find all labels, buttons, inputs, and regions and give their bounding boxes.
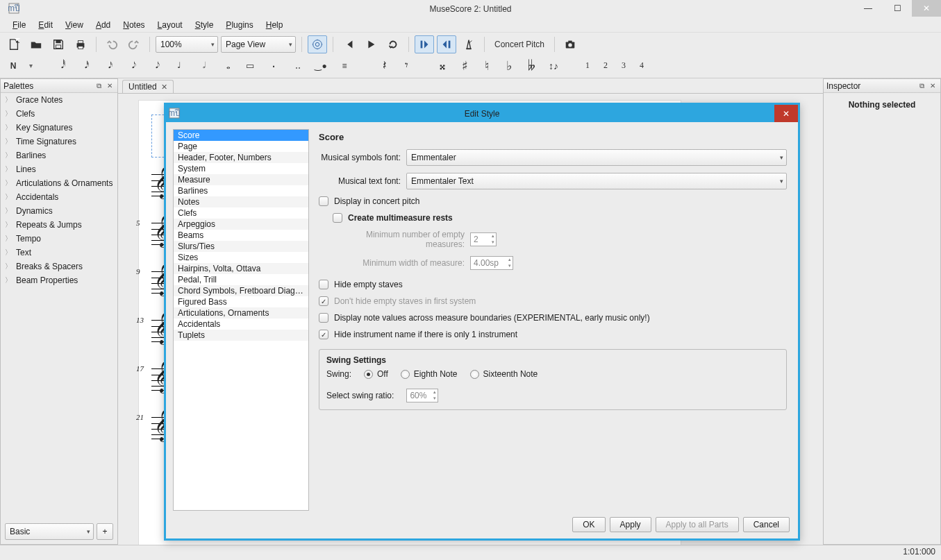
category-item[interactable]: Hairpins, Volta, Ottava xyxy=(174,263,308,274)
palette-preset-combo[interactable]: Basic xyxy=(5,523,94,540)
concert-pitch-button[interactable]: Concert Pitch xyxy=(490,35,549,53)
natural-icon[interactable]: ♮ xyxy=(480,58,494,74)
category-list[interactable]: ScorePageHeader, Footer, NumbersSystemMe… xyxy=(173,129,309,511)
voice-4-button[interactable]: 4 xyxy=(637,60,647,71)
menu-notes[interactable]: Notes xyxy=(117,19,150,31)
ok-button[interactable]: OK xyxy=(572,517,605,532)
menu-edit[interactable]: Edit xyxy=(33,19,58,31)
palette-item[interactable]: 〉Repeats & Jumps xyxy=(1,218,117,232)
menu-plugins[interactable]: Plugins xyxy=(220,19,258,31)
category-item[interactable]: Notes xyxy=(174,196,308,207)
note-64th-icon[interactable]: 𝅘𝅥𝅱 xyxy=(53,60,69,71)
redo-button[interactable] xyxy=(124,35,144,53)
screenshot-button[interactable] xyxy=(560,35,580,53)
note-16th-icon[interactable]: 𝅘𝅥𝅯 xyxy=(101,60,116,71)
dialog-titlebar[interactable]: mปี Edit Style ✕ xyxy=(166,105,798,122)
symbols-font-combo[interactable]: Emmentaler xyxy=(406,149,787,166)
print-button[interactable] xyxy=(71,35,90,53)
menu-style[interactable]: Style xyxy=(190,19,219,31)
viewmode-combo[interactable]: Page View xyxy=(221,36,296,53)
dialog-close-button[interactable]: ✕ xyxy=(774,105,798,122)
new-score-button[interactable]: ★ xyxy=(4,35,24,53)
slur-icon[interactable]: 𝄽 xyxy=(376,58,390,73)
palette-item[interactable]: 〉Tempo xyxy=(1,232,117,246)
apply-button[interactable]: Apply xyxy=(610,517,651,532)
note-whole-icon[interactable]: 𝅝 xyxy=(219,60,234,71)
tie-icon[interactable]: ‿● xyxy=(313,61,328,71)
category-item[interactable]: Pedal, Trill xyxy=(174,274,308,285)
category-item[interactable]: Barlines xyxy=(174,185,308,196)
swing-off-radio[interactable] xyxy=(364,370,373,379)
palette-item[interactable]: 〉Barlines xyxy=(1,149,117,162)
menu-add[interactable]: Add xyxy=(90,19,116,31)
rest-icon[interactable]: ≡ xyxy=(337,61,352,71)
category-item[interactable]: Page xyxy=(174,141,308,152)
min-width-spin[interactable]: 4.00sp xyxy=(470,256,513,270)
category-item[interactable]: Measure xyxy=(174,174,308,185)
loop-in-button[interactable] xyxy=(415,35,434,53)
palette-add-button[interactable]: + xyxy=(97,523,113,540)
inspector-close-icon[interactable]: ✕ xyxy=(928,81,938,91)
undo-button[interactable] xyxy=(102,35,122,53)
apply-all-parts-button[interactable]: Apply to all Parts xyxy=(656,517,739,532)
category-item[interactable]: Accidentals xyxy=(174,319,308,330)
minimize-button[interactable]: — xyxy=(853,0,883,17)
palette-item[interactable]: 〉Lines xyxy=(1,162,117,176)
min-empty-spin[interactable]: 2 xyxy=(470,232,497,246)
palette-item[interactable]: 〉Beam Properties xyxy=(1,273,117,287)
rewind-button[interactable] xyxy=(339,35,358,53)
note-quarter-icon[interactable]: ♩ xyxy=(172,60,187,71)
category-item[interactable]: Score xyxy=(174,130,308,141)
voice-2-button[interactable]: 2 xyxy=(601,60,610,71)
palette-item[interactable]: 〉Breaks & Spacers xyxy=(1,260,117,273)
note-input-button[interactable]: N xyxy=(6,61,21,71)
category-item[interactable]: Clefs xyxy=(174,207,308,219)
sound-button[interactable] xyxy=(308,35,327,53)
double-dot-icon[interactable]: ‥ xyxy=(290,61,305,71)
category-item[interactable]: Slurs/Ties xyxy=(174,241,308,252)
flat-icon[interactable]: ♭ xyxy=(502,58,516,74)
dont-hide-first-checkbox[interactable] xyxy=(319,296,328,306)
undock-icon[interactable]: ⧉ xyxy=(94,81,103,91)
swing-eighth-radio[interactable] xyxy=(401,370,410,379)
inspector-undock-icon[interactable]: ⧉ xyxy=(917,81,926,91)
note-32nd-icon[interactable]: 𝅘𝅥𝅰 xyxy=(77,60,92,71)
voice-3-button[interactable]: 3 xyxy=(619,60,628,71)
palette-item[interactable]: 〉Key Signatures xyxy=(1,121,117,135)
palette-item[interactable]: 〉Clefs xyxy=(1,107,117,121)
double-flat-icon[interactable]: 𝄫 xyxy=(524,58,538,73)
tab-close-icon[interactable]: ✕ xyxy=(161,83,167,92)
hide-instr-checkbox[interactable] xyxy=(319,330,328,339)
note-8th2-icon[interactable]: 𝅘𝅥𝅮 xyxy=(148,60,163,71)
loop-button[interactable] xyxy=(383,35,403,53)
close-button[interactable]: ✕ xyxy=(912,0,941,17)
menu-layout[interactable]: Layout xyxy=(152,19,188,31)
menu-view[interactable]: View xyxy=(60,19,89,31)
category-item[interactable]: Header, Footer, Numbers xyxy=(174,152,308,163)
palette-item[interactable]: 〉Text xyxy=(1,246,117,260)
palette-item[interactable]: 〉Articulations & Ornaments xyxy=(1,176,117,190)
palette-item[interactable]: 〉Grace Notes xyxy=(1,93,117,107)
note-half-icon[interactable]: 𝅗𝅥 xyxy=(195,60,210,71)
palette-item[interactable]: 〉Dynamics xyxy=(1,204,117,218)
palette-item[interactable]: 〉Time Signatures xyxy=(1,135,117,149)
palette-item[interactable]: 〉Accidentals xyxy=(1,190,117,204)
category-item[interactable]: System xyxy=(174,163,308,174)
swing-sixteenth-radio[interactable] xyxy=(470,370,479,379)
display-note-values-checkbox[interactable] xyxy=(319,313,328,323)
concert-pitch-checkbox[interactable] xyxy=(319,196,328,206)
loop-out-button[interactable] xyxy=(437,35,456,53)
category-item[interactable]: Sizes xyxy=(174,252,308,263)
double-sharp-icon[interactable]: 𝄪 xyxy=(435,58,449,73)
category-item[interactable]: Articulations, Ornaments xyxy=(174,307,308,319)
category-item[interactable]: Figured Bass xyxy=(174,296,308,307)
menu-file[interactable]: File xyxy=(7,19,31,31)
flip-icon[interactable]: ↕♪ xyxy=(547,60,560,71)
category-item[interactable]: Tuplets xyxy=(174,330,308,341)
note-8th-icon[interactable]: 𝅘𝅥𝅮 xyxy=(124,60,140,71)
panel-close-icon[interactable]: ✕ xyxy=(105,81,115,91)
open-button[interactable] xyxy=(26,35,46,53)
category-item[interactable]: Beams xyxy=(174,230,308,241)
metronome-button[interactable] xyxy=(459,35,478,53)
category-item[interactable]: Arpeggios xyxy=(174,219,308,230)
